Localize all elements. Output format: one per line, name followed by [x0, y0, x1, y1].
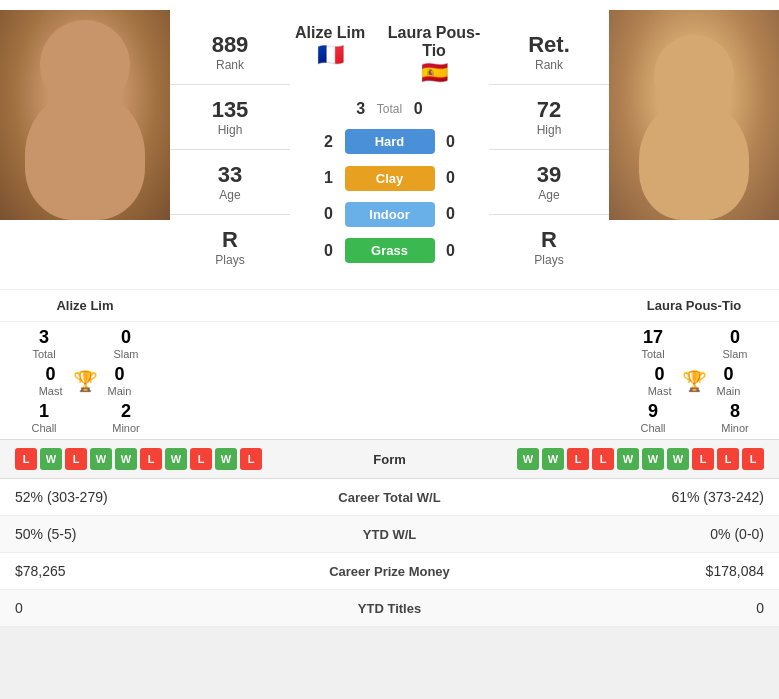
left-slam-lbl: Slam [87, 348, 165, 360]
left-mast-cell: 0 Mast [39, 364, 63, 397]
right-stats-grid: 17 Total 0 Slam 0 Mast 🏆 0 Main [609, 327, 779, 434]
right-rank-label: Rank [535, 58, 563, 72]
form-pill: W [115, 448, 137, 470]
right-center-stats: Ret. Rank 72 High 39 Age R Plays [489, 10, 609, 279]
stat-center-2: Career Prize Money [290, 564, 490, 579]
stat-right-1: 0% (0-0) [490, 526, 765, 542]
total-left: 3 [351, 100, 371, 118]
stat-center-3: YTD Titles [290, 601, 490, 616]
right-flag: 🇪🇸 [384, 60, 484, 86]
form-pill: L [742, 448, 764, 470]
left-minor-lbl: Minor [87, 422, 165, 434]
form-pills-right: WWLLWWWLLL [436, 448, 765, 470]
right-total-val: 17 [614, 327, 692, 348]
right-high-value: 72 [537, 97, 561, 123]
hard-left: 2 [319, 133, 339, 151]
left-slam-cell: 0 Slam [87, 327, 165, 360]
player-names-row: Alize Lim Laura Pous-Tio [0, 289, 779, 321]
grass-right: 0 [441, 242, 461, 260]
right-player-name: Laura Pous-Tio [384, 24, 484, 60]
form-pill: L [692, 448, 714, 470]
right-minor-lbl: Minor [696, 422, 774, 434]
form-pill: L [592, 448, 614, 470]
surface-row-indoor: 0 Indoor 0 [295, 202, 484, 227]
left-chall-lbl: Chall [5, 422, 83, 434]
left-name-bottom: Alize Lim [0, 290, 170, 321]
total-label: Total [377, 102, 402, 116]
form-label: Form [350, 452, 430, 467]
form-pill: L [567, 448, 589, 470]
stats-row: $78,265 Career Prize Money $178,084 [0, 553, 779, 590]
total-row: 3 Total 0 [295, 100, 484, 118]
left-rank-block: 889 Rank [170, 20, 290, 85]
form-pills-left: LWLWWLWLWL [15, 448, 344, 470]
stats-row: 52% (303-279) Career Total W/L 61% (373-… [0, 479, 779, 516]
left-mast-val: 0 [39, 364, 63, 385]
left-chall-cell: 1 Chall [5, 401, 83, 434]
left-plays-label: Plays [215, 253, 244, 267]
form-pill: W [617, 448, 639, 470]
right-high-label: High [537, 123, 562, 137]
right-total-lbl: Total [614, 348, 692, 360]
left-age-block: 33 Age [170, 150, 290, 215]
left-chall-val: 1 [5, 401, 83, 422]
left-minor-val: 2 [87, 401, 165, 422]
right-slam-lbl: Slam [696, 348, 774, 360]
right-plays-label: Plays [534, 253, 563, 267]
left-player-photo [0, 10, 170, 279]
right-rank-block: Ret. Rank [489, 20, 609, 85]
right-mast-val: 0 [648, 364, 672, 385]
right-mast-cell: 0 Mast [648, 364, 672, 397]
middle-spacer [290, 290, 489, 321]
right-chall-cell: 9 Chall [614, 401, 692, 434]
stat-left-3: 0 [15, 600, 290, 616]
form-pill: W [542, 448, 564, 470]
trophy-icon-left: 🏆 [73, 369, 98, 393]
form-pill: W [40, 448, 62, 470]
form-pill: W [642, 448, 664, 470]
surface-row-grass: 0 Grass 0 [295, 238, 484, 263]
right-mast-lbl: Mast [648, 385, 672, 397]
hard-btn: Hard [345, 129, 435, 154]
clay-right: 0 [441, 169, 461, 187]
stats-table: 52% (303-279) Career Total W/L 61% (373-… [0, 479, 779, 627]
right-slam-val: 0 [696, 327, 774, 348]
stat-center-1: YTD W/L [290, 527, 490, 542]
right-age-value: 39 [537, 162, 561, 188]
left-main-val: 0 [108, 364, 132, 385]
stat-center-0: Career Total W/L [290, 490, 490, 505]
form-pill: W [667, 448, 689, 470]
right-age-label: Age [538, 188, 559, 202]
right-high-block: 72 High [489, 85, 609, 150]
left-high-value: 135 [212, 97, 249, 123]
right-plays-block: R Plays [489, 215, 609, 279]
form-pill: W [165, 448, 187, 470]
indoor-left: 0 [319, 205, 339, 223]
middle-spacer2 [290, 327, 489, 434]
stat-left-1: 50% (5-5) [15, 526, 290, 542]
stat-left-2: $78,265 [15, 563, 290, 579]
stat-right-3: 0 [490, 600, 765, 616]
clay-btn: Clay [345, 166, 435, 191]
middle-section: Alize Lim 🇫🇷 Laura Pous-Tio 🇪🇸 3 Total 0… [290, 10, 489, 279]
left-plays-value: R [222, 227, 238, 253]
stat-right-0: 61% (373-242) [490, 489, 765, 505]
hard-right: 0 [441, 133, 461, 151]
grass-btn: Grass [345, 238, 435, 263]
right-main-val: 0 [717, 364, 741, 385]
total-right: 0 [408, 100, 428, 118]
form-pill: W [90, 448, 112, 470]
form-pill: L [240, 448, 262, 470]
left-flag: 🇫🇷 [295, 42, 365, 68]
right-total-cell: 17 Total [614, 327, 692, 360]
left-mast-lbl: Mast [39, 385, 63, 397]
left-age-label: Age [219, 188, 240, 202]
form-pill: W [215, 448, 237, 470]
right-plays-value: R [541, 227, 557, 253]
right-chall-val: 9 [614, 401, 692, 422]
right-slam-cell: 0 Slam [696, 327, 774, 360]
form-pill: L [15, 448, 37, 470]
clay-left: 1 [319, 169, 339, 187]
right-rank-value: Ret. [528, 32, 570, 58]
left-minor-cell: 2 Minor [87, 401, 165, 434]
